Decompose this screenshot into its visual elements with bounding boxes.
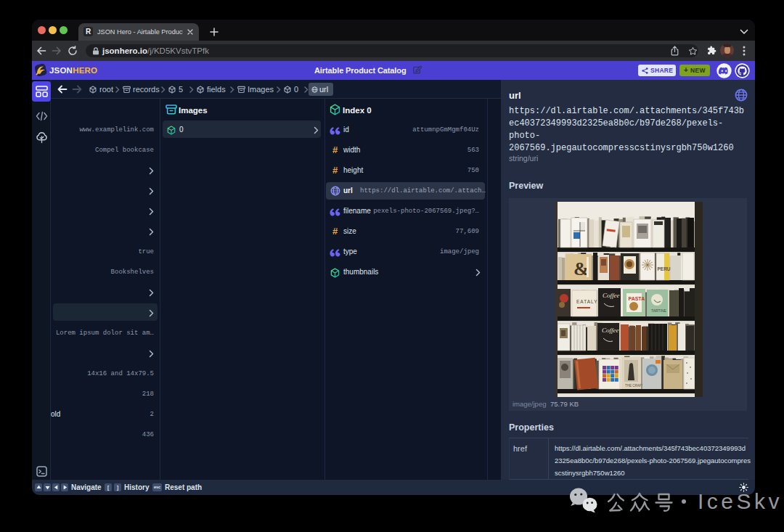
svg-text:EATALY: EATALY <box>576 299 597 304</box>
svg-text:TARTINE: TARTINE <box>651 308 667 313</box>
svg-text:Coffee: Coffee <box>602 327 619 334</box>
svg-text:THE CRAFT: THE CRAFT <box>625 384 644 388</box>
svg-text:Coffee: Coffee <box>603 292 620 299</box>
svg-text:PERU: PERU <box>658 266 671 271</box>
svg-text:PASTA: PASTA <box>629 296 645 301</box>
